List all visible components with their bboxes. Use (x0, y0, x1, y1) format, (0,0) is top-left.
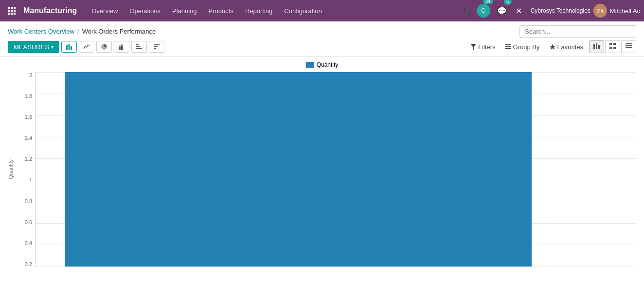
nav-overview[interactable]: Overview (87, 4, 123, 18)
chart-wrap: Quantity 2 1.8 1.6 1.4 1.2 1 0.8 0.6 0.4… (8, 72, 636, 267)
nav-planning[interactable]: Planning (167, 4, 202, 18)
svg-rect-12 (68, 44, 70, 50)
svg-rect-34 (609, 47, 612, 49)
nav-menu: Overview Operations Planning Products Re… (87, 4, 461, 18)
filters-button[interactable]: Filters (466, 41, 499, 53)
avatar: MA (593, 4, 607, 18)
svg-rect-6 (8, 13, 10, 15)
svg-rect-30 (596, 43, 597, 49)
svg-rect-26 (505, 46, 511, 47)
y-tick-14: 1.4 (25, 135, 32, 141)
activity-icon[interactable]: C (477, 4, 490, 18)
svg-rect-15 (119, 45, 121, 47)
svg-text:MA: MA (596, 8, 604, 14)
svg-rect-21 (154, 44, 160, 45)
toolbar: MEASURES ▾ (0, 38, 644, 57)
bar-chart-button[interactable] (61, 41, 77, 53)
svg-rect-29 (593, 44, 595, 49)
y-tick-2: 2 (29, 72, 32, 78)
svg-rect-18 (136, 48, 142, 49)
svg-rect-13 (71, 46, 72, 50)
favorites-label: Favorites (557, 43, 583, 51)
svg-rect-23 (154, 48, 156, 49)
view-toggle (589, 40, 636, 53)
y-axis-label: Quantity (8, 72, 14, 267)
view-bar-chart[interactable] (589, 40, 604, 53)
svg-rect-14 (119, 47, 121, 50)
svg-rect-19 (136, 46, 140, 47)
activity-badge: 34 (483, 0, 493, 4)
svg-rect-31 (598, 45, 600, 49)
nav-reporting[interactable]: Reporting (240, 4, 277, 18)
svg-rect-5 (14, 10, 16, 12)
view-list[interactable] (621, 40, 636, 53)
user-name: Mitchell Ac (610, 7, 640, 15)
y-tick-08: 0.8 (25, 198, 32, 204)
legend-label: Quantity (317, 61, 339, 68)
bar-area (36, 72, 636, 267)
line-chart-button[interactable] (79, 41, 94, 53)
y-axis: 2 1.8 1.6 1.4 1.2 1 0.8 0.6 0.4 0.2 (16, 72, 35, 267)
nav-operations[interactable]: Operations (125, 4, 165, 18)
svg-rect-1 (11, 7, 13, 9)
breadcrumb-current: Work Orders Performance (82, 28, 156, 35)
sort-desc-button[interactable] (149, 41, 164, 53)
pie-chart-button[interactable] (96, 41, 112, 53)
legend-color-box (306, 62, 314, 68)
search-input[interactable] (519, 25, 636, 38)
svg-rect-27 (505, 48, 511, 49)
groupby-button[interactable]: Group By (501, 41, 544, 53)
chart-inner: 2 1.8 1.6 1.4 1.2 1 0.8 0.6 0.4 0.2 (16, 72, 636, 267)
y-tick-06: 0.6 (25, 219, 32, 225)
breadcrumb: Work Centers Overview / Work Orders Perf… (8, 28, 156, 35)
svg-rect-0 (8, 7, 10, 9)
svg-rect-7 (11, 13, 13, 15)
svg-rect-33 (613, 43, 616, 45)
messages-icon[interactable]: 💬 (495, 4, 509, 18)
view-grid[interactable] (605, 40, 620, 53)
nav-products[interactable]: Products (204, 4, 238, 18)
favorites-button[interactable]: Favorites (546, 41, 587, 53)
measures-label: MEASURES (14, 43, 49, 51)
measures-button[interactable]: MEASURES ▾ (8, 41, 59, 53)
svg-marker-24 (470, 44, 476, 50)
svg-rect-16 (121, 46, 123, 50)
groupby-label: Group By (513, 43, 540, 51)
top-nav: Manufacturing Overview Operations Planni… (0, 0, 644, 21)
y-tick-1: 1 (29, 177, 32, 183)
app-brand: Manufacturing (23, 6, 77, 15)
svg-rect-20 (136, 44, 139, 45)
messages-badge: 5 (504, 0, 512, 5)
breadcrumb-parent[interactable]: Work Centers Overview (8, 28, 74, 35)
svg-rect-25 (505, 44, 511, 45)
company-name: Cybrosys Technologies (531, 7, 590, 14)
chart-legend: Quantity (306, 61, 339, 68)
settings-icon[interactable]: ✕ (514, 4, 524, 18)
y-tick-04: 0.4 (25, 240, 32, 246)
svg-rect-11 (66, 45, 68, 50)
apps-icon[interactable] (4, 3, 19, 19)
sort-asc-button[interactable] (131, 41, 147, 53)
chart-plot (35, 72, 636, 267)
quantity-bar (65, 72, 532, 267)
stacked-button[interactable] (114, 41, 129, 53)
svg-rect-8 (14, 13, 16, 15)
svg-rect-17 (121, 44, 123, 46)
user-menu[interactable]: MA Mitchell Ac (593, 4, 640, 18)
measures-arrow: ▾ (51, 44, 54, 50)
chart-container: Quantity Quantity 2 1.8 1.6 1.4 1.2 1 0.… (0, 57, 644, 272)
y-tick-18: 1.8 (25, 93, 32, 99)
svg-marker-28 (550, 44, 555, 50)
filter-group: Filters Group By Favorites (466, 41, 587, 53)
svg-rect-35 (613, 47, 616, 49)
phone-icon[interactable]: 📞 (462, 5, 474, 17)
svg-rect-38 (626, 47, 632, 48)
svg-rect-36 (626, 43, 632, 44)
svg-rect-3 (8, 10, 10, 12)
svg-rect-2 (14, 7, 16, 9)
svg-rect-22 (154, 46, 158, 47)
nav-configuration[interactable]: Configuration (279, 4, 326, 18)
y-tick-16: 1.6 (25, 114, 32, 120)
filters-label: Filters (478, 43, 495, 51)
svg-rect-37 (626, 45, 632, 46)
